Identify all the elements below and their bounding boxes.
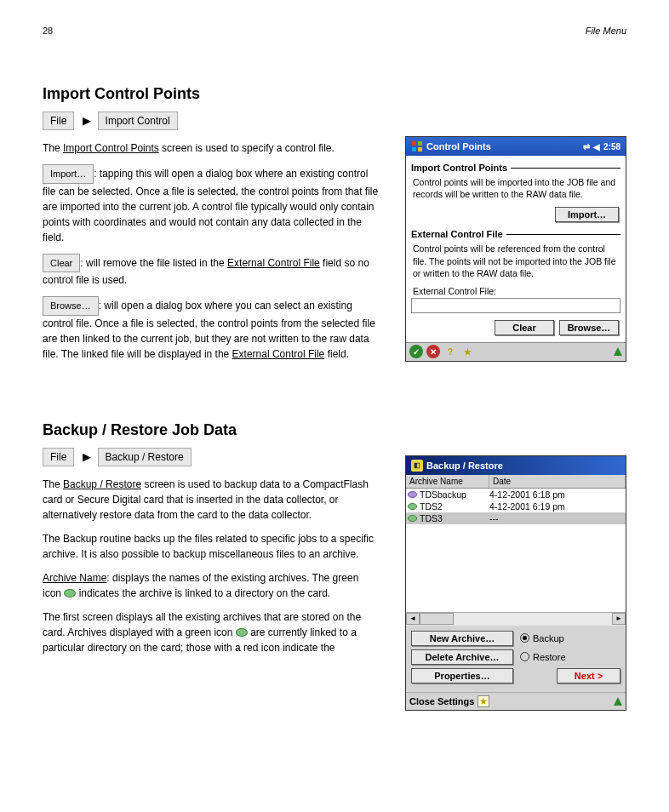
- row-date: 4-12-2001 6:19 pm: [489, 501, 626, 512]
- para-backup-4: The first screen displays all the existi…: [43, 609, 380, 655]
- section-heading: Import Control Points: [43, 85, 380, 103]
- window-title-backup: Backup / Restore: [426, 460, 620, 471]
- scroll-thumb[interactable]: [420, 613, 454, 625]
- row-name: TDS3: [418, 513, 489, 523]
- menu-arrow: ▶: [83, 114, 91, 127]
- section-heading-backup: Backup / Restore Job Data: [43, 421, 380, 439]
- titlebar-backup: ◧ Backup / Restore: [406, 456, 626, 475]
- star-icon-small[interactable]: ★: [477, 695, 489, 707]
- radio-icon-checked: [520, 633, 529, 643]
- new-archive-button[interactable]: New Archive…: [411, 631, 513, 646]
- menu-file: File: [43, 112, 74, 130]
- chapter-ref: File Menu: [586, 26, 626, 36]
- external-description: Control points will be referenced from t…: [413, 243, 619, 279]
- backup-restore-window: ◧ Backup / Restore Archive Name Date TDS…: [405, 455, 626, 711]
- menu-backup-restore: Backup / Restore: [98, 448, 192, 466]
- para-backup-3: Archive Name: displays the names of the …: [43, 570, 380, 601]
- archive-list[interactable]: TDSbackup4-12-2001 6:18 pmTDS24-12-2001 …: [406, 489, 626, 612]
- list-header: Archive Name Date: [406, 475, 626, 489]
- menu-path: File ▶ Import Control: [43, 112, 380, 130]
- horizontal-scrollbar[interactable]: ◄ ►: [406, 612, 626, 626]
- para-backup-intro: The Backup / Restore screen is used to b…: [43, 477, 380, 523]
- menu-file-2: File: [43, 448, 74, 466]
- table-row[interactable]: TDS24-12-2001 6:19 pm: [406, 500, 626, 512]
- external-control-file-input[interactable]: [411, 298, 620, 313]
- device-footer: ✓ ✕ ? ★: [406, 342, 626, 361]
- next-button[interactable]: Next >: [557, 668, 620, 683]
- green-disk-icon: [64, 589, 76, 598]
- import-button[interactable]: Import…: [555, 207, 619, 222]
- backup-restore-section: Backup / Restore Job Data File ▶ Backup …: [43, 421, 380, 655]
- window-title: Control Points: [426, 141, 583, 152]
- menu-import-control: Import Control: [98, 112, 178, 130]
- import-control-points-section: Import Control Points File ▶ Import Cont…: [43, 85, 380, 362]
- page-number: 28: [43, 26, 53, 36]
- para-intro: The Import Control Points screen is used…: [43, 140, 380, 156]
- para-backup-2: The Backup routine backs up the files re…: [43, 531, 380, 562]
- disk-icon: [406, 489, 418, 500]
- triangle-icon-2[interactable]: [614, 697, 622, 706]
- disk-icon: [406, 501, 418, 512]
- titlebar: Control Points ⇄ ◀ 2:58: [406, 137, 626, 156]
- table-row[interactable]: TDS3---: [406, 512, 626, 524]
- svg-rect-0: [412, 141, 416, 146]
- row-name: TDSbackup: [418, 489, 489, 500]
- import-section-title: Import Control Points: [411, 163, 620, 173]
- table-row[interactable]: TDSbackup4-12-2001 6:18 pm: [406, 489, 626, 500]
- backup-restore-link: Backup / Restore: [63, 478, 141, 490]
- external-control-file-link-2: External Control File: [232, 348, 325, 360]
- para-browse: Browse…: will open a dialog box where yo…: [43, 296, 380, 362]
- restore-radio[interactable]: Restore: [520, 652, 566, 662]
- col-archive-name[interactable]: Archive Name: [406, 475, 489, 488]
- scroll-left-button[interactable]: ◄: [406, 613, 420, 625]
- help-icon[interactable]: ?: [443, 345, 457, 358]
- star-icon[interactable]: ★: [460, 345, 474, 358]
- clear-button[interactable]: Clear: [495, 320, 554, 335]
- close-settings-bar[interactable]: Close Settings ★: [406, 692, 626, 710]
- svg-rect-1: [418, 141, 422, 146]
- windows-logo-icon: [411, 140, 423, 152]
- tray-icons: ⇄ ◀ 2:58: [583, 142, 620, 152]
- menu-path-backup: File ▶ Backup / Restore: [43, 448, 380, 466]
- triangle-icon[interactable]: [614, 347, 622, 356]
- radio-icon-unchecked: [520, 652, 529, 661]
- col-date[interactable]: Date: [489, 475, 626, 488]
- browse-button-ref: Browse…: [43, 296, 99, 316]
- svg-rect-2: [412, 147, 416, 152]
- row-name: TDS2: [418, 501, 489, 512]
- clock: 2:58: [603, 142, 620, 152]
- scroll-right-button[interactable]: ►: [612, 613, 626, 625]
- external-control-file-link: External Control File: [227, 257, 320, 269]
- delete-archive-button[interactable]: Delete Archive…: [411, 649, 513, 665]
- menu-arrow-2: ▶: [83, 450, 91, 463]
- green-disk-icon-2: [236, 628, 248, 637]
- disk-icon: [406, 513, 418, 523]
- external-control-file-label: External Control File:: [413, 286, 619, 296]
- external-section-title: External Control File: [411, 229, 620, 239]
- cancel-icon[interactable]: ✕: [426, 345, 440, 358]
- row-date: 4-12-2001 6:18 pm: [489, 489, 626, 500]
- speaker-icon: ◀: [593, 142, 600, 152]
- clear-button-ref: Clear: [43, 254, 80, 273]
- import-description: Control points will be imported into the…: [413, 176, 619, 200]
- ok-icon[interactable]: ✓: [409, 345, 423, 358]
- properties-button[interactable]: Properties…: [411, 668, 513, 683]
- import-button-ref: Import…: [43, 164, 94, 184]
- svg-rect-3: [418, 147, 422, 152]
- browse-button[interactable]: Browse…: [559, 320, 619, 335]
- backup-radio[interactable]: Backup: [520, 633, 564, 643]
- connectivity-icon: ⇄: [583, 142, 590, 152]
- import-control-points-link: Import Control Points: [63, 142, 159, 154]
- row-date: ---: [489, 513, 626, 523]
- archive-name-link: Archive Name: [43, 572, 106, 584]
- para-import: Import…: tapping this will open a dialog…: [43, 164, 380, 245]
- app-icon: ◧: [411, 460, 423, 472]
- control-points-window: Control Points ⇄ ◀ 2:58 Import Control P…: [405, 136, 626, 362]
- para-clear: Clear: will remove the file listed in th…: [43, 254, 380, 289]
